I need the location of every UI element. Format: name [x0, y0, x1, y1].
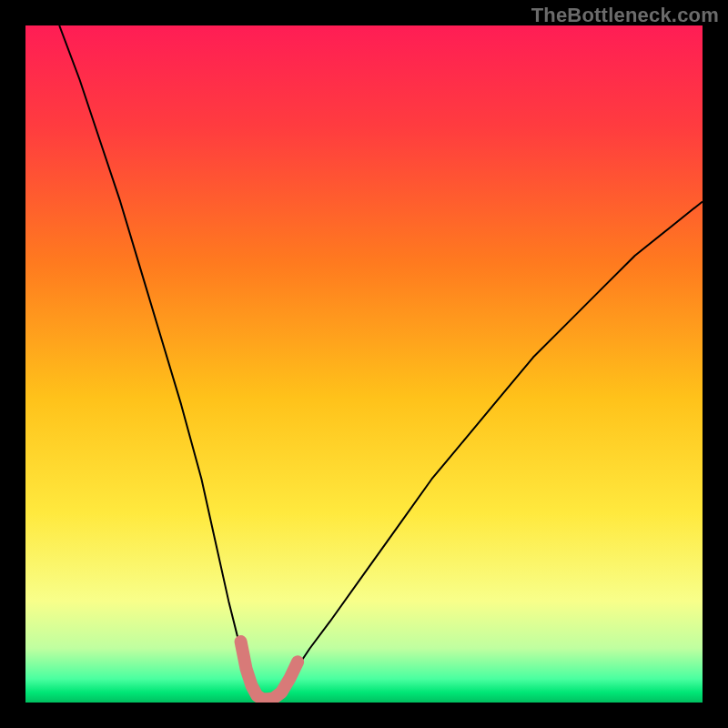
watermark-text: TheBottleneck.com [531, 4, 719, 27]
plot-area [25, 25, 703, 703]
chart-svg [25, 25, 703, 703]
chart-frame: TheBottleneck.com [0, 0, 728, 728]
gradient-background [25, 25, 703, 703]
